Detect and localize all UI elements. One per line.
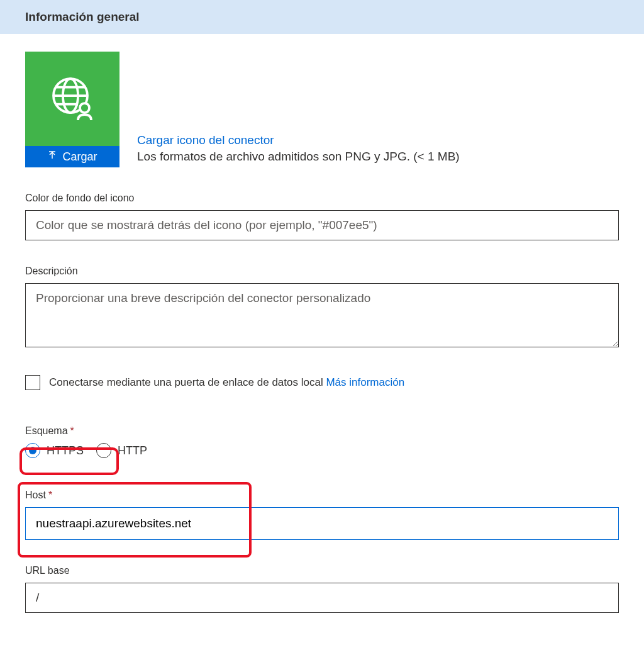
- url-base-field: URL base: [25, 565, 619, 613]
- upload-button[interactable]: Cargar: [25, 146, 119, 167]
- url-base-label: URL base: [25, 565, 619, 576]
- icon-upload-section: Cargar Cargar icono del conector Los for…: [25, 52, 619, 167]
- host-input[interactable]: [25, 507, 619, 540]
- upload-icon: [47, 150, 57, 164]
- schema-field: Esquema* HTTPS HTTP: [25, 425, 619, 458]
- icon-preview: [25, 52, 119, 146]
- schema-label-wrap: Esquema*: [25, 425, 619, 437]
- host-label: Host: [25, 490, 46, 500]
- upload-support-text: Los formatos de archivo admitidos son PN…: [137, 150, 460, 164]
- icon-upload-text: Cargar icono del conector Los formatos d…: [137, 133, 460, 167]
- gateway-label-wrap: Conectarse mediante una puerta de enlace…: [49, 376, 404, 389]
- section-title: Información general: [25, 10, 140, 23]
- schema-label: Esquema: [25, 425, 68, 436]
- radio-http[interactable]: [96, 443, 111, 458]
- description-field: Descripción: [25, 266, 619, 350]
- radio-https[interactable]: [25, 443, 40, 458]
- bg-color-label: Color de fondo del icono: [25, 193, 619, 204]
- schema-option-http[interactable]: HTTP: [96, 443, 147, 458]
- host-label-wrap: Host*: [25, 490, 619, 501]
- upload-icon-link[interactable]: Cargar icono del conector: [137, 133, 274, 147]
- description-label: Descripción: [25, 266, 619, 277]
- host-field: Host*: [25, 490, 619, 540]
- gateway-label: Conectarse mediante una puerta de enlace…: [49, 376, 326, 388]
- section-header: Información general: [0, 0, 644, 34]
- schema-options: HTTPS HTTP: [25, 443, 619, 458]
- url-base-input[interactable]: [25, 583, 619, 613]
- gateway-row: Conectarse mediante una puerta de enlace…: [25, 375, 619, 390]
- svg-point-5: [80, 103, 89, 113]
- bg-color-field: Color de fondo del icono: [25, 193, 619, 240]
- form-content: Cargar Cargar icono del conector Los for…: [0, 34, 644, 656]
- radio-http-label: HTTP: [118, 444, 147, 457]
- required-marker: *: [48, 490, 52, 500]
- gateway-more-info-link[interactable]: Más información: [326, 376, 404, 388]
- upload-button-label: Cargar: [62, 150, 97, 164]
- radio-https-label: HTTPS: [47, 444, 84, 457]
- gateway-checkbox[interactable]: [25, 375, 40, 390]
- required-marker: *: [70, 425, 74, 436]
- icon-block: Cargar: [25, 52, 119, 167]
- bg-color-input[interactable]: [25, 210, 619, 240]
- globe-person-icon: [50, 75, 95, 123]
- schema-option-https[interactable]: HTTPS: [25, 443, 84, 458]
- description-input[interactable]: [25, 283, 619, 347]
